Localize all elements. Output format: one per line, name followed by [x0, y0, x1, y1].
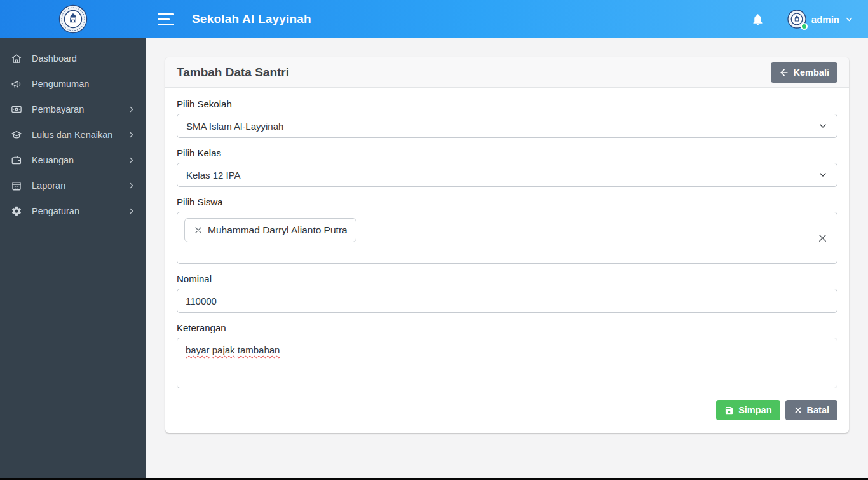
- sidebar-item-label: Dashboard: [32, 53, 136, 64]
- chevron-down-icon: [818, 121, 828, 131]
- chevron-right-icon: [127, 105, 136, 114]
- batal-label: Batal: [807, 405, 829, 415]
- selected-student-name: Muhammad Darryl Alianto Putra: [208, 224, 348, 236]
- main-content: Tambah Data Santri Kembali Pilih Sekolah…: [146, 38, 868, 480]
- chevron-down-icon: [844, 15, 854, 24]
- user-menu[interactable]: admin: [787, 10, 854, 29]
- remove-student-icon[interactable]: [193, 225, 203, 235]
- top-navbar: Sekolah Al Layyinah admin: [0, 0, 868, 38]
- kembali-label: Kembali: [794, 67, 829, 78]
- page-title: Tambah Data Santri: [177, 65, 289, 79]
- school-select-value: SMA Islam Al-Layyinah: [186, 121, 283, 132]
- simpan-label: Simpan: [738, 405, 771, 415]
- sidebar-item-label: Pengaturan: [32, 206, 127, 216]
- school-field-group: Pilih Sekolah SMA Islam Al-Layyinah: [177, 99, 837, 138]
- chevron-right-icon: [127, 156, 136, 165]
- notifications-bell-icon[interactable]: [751, 13, 764, 26]
- sidebar-item-label: Keuangan: [32, 155, 127, 165]
- sidebar-item-label: Pembayaran: [32, 104, 127, 114]
- banknote-icon: [11, 104, 22, 115]
- gear-icon: [11, 205, 22, 217]
- sidebar-item-label: Pengumuman: [32, 79, 136, 89]
- keterangan-field-group: Keterangan bayar pajak tambahan: [177, 322, 837, 388]
- card-body: Pilih Sekolah SMA Islam Al-Layyinah Pili…: [165, 88, 849, 433]
- home-icon: [11, 53, 22, 64]
- menu-toggle-icon[interactable]: [158, 13, 177, 25]
- sidebar-item-lulus-dan-kenaikan[interactable]: Lulus dan Kenaikan: [0, 122, 146, 147]
- megaphone-icon: [11, 78, 22, 90]
- student-multiselect[interactable]: Muhammad Darryl Alianto Putra: [177, 212, 837, 264]
- chevron-right-icon: [127, 181, 136, 190]
- chevron-right-icon: [127, 207, 136, 216]
- chevron-down-icon: [818, 170, 828, 180]
- sidebar-item-label: Lulus dan Kenaikan: [32, 130, 127, 140]
- class-select[interactable]: Kelas 12 IPA: [177, 163, 837, 187]
- class-field-group: Pilih Kelas Kelas 12 IPA: [177, 147, 837, 187]
- nominal-input[interactable]: [177, 289, 837, 313]
- sidebar-item-dashboard[interactable]: Dashboard: [0, 46, 146, 71]
- tambah-data-santri-card: Tambah Data Santri Kembali Pilih Sekolah…: [165, 57, 849, 433]
- keterangan-textarea[interactable]: bayar pajak tambahan: [177, 338, 837, 388]
- card-header: Tambah Data Santri Kembali: [165, 57, 849, 88]
- sidebar-item-keuangan[interactable]: Keuangan: [0, 147, 146, 173]
- kembali-button[interactable]: Kembali: [771, 62, 837, 83]
- sidebar-item-label: Laporan: [32, 181, 127, 191]
- school-select[interactable]: SMA Islam Al-Layyinah: [177, 114, 837, 138]
- class-select-value: Kelas 12 IPA: [186, 170, 241, 181]
- form-actions: Simpan Batal: [177, 400, 837, 420]
- school-logo: [58, 4, 88, 34]
- sidebar-item-pembayaran[interactable]: Pembayaran: [0, 97, 146, 122]
- app-window: Sekolah Al Layyinah admin: [0, 0, 868, 480]
- student-field-group: Pilih Siswa Muhammad Darryl Alianto Putr…: [177, 196, 837, 264]
- x-icon: [794, 406, 803, 415]
- calendar-icon: [11, 180, 22, 191]
- brand-logo-area: [0, 4, 146, 34]
- sidebar-item-pengaturan[interactable]: Pengaturan: [0, 198, 146, 224]
- app-title: Sekolah Al Layyinah: [192, 12, 311, 26]
- selected-student-chip: Muhammad Darryl Alianto Putra: [184, 218, 356, 242]
- nominal-field-group: Nominal: [177, 273, 837, 313]
- clear-selection-icon[interactable]: [817, 232, 829, 244]
- keterangan-label: Keterangan: [177, 322, 837, 333]
- chevron-right-icon: [127, 130, 136, 139]
- arrow-left-icon: [779, 67, 789, 78]
- sidebar-item-pengumuman[interactable]: Pengumuman: [0, 71, 146, 97]
- class-label: Pilih Kelas: [177, 147, 837, 158]
- sidebar: Dashboard Pengumuman Pembayaran: [0, 38, 146, 480]
- wallet-icon: [11, 154, 22, 166]
- online-status-dot: [801, 23, 808, 30]
- student-label: Pilih Siswa: [177, 196, 837, 207]
- avatar: [787, 10, 806, 29]
- nominal-label: Nominal: [177, 273, 837, 284]
- graduation-icon: [11, 129, 22, 141]
- batal-button[interactable]: Batal: [785, 400, 837, 420]
- sidebar-item-laporan[interactable]: Laporan: [0, 173, 146, 198]
- simpan-button[interactable]: Simpan: [716, 400, 780, 420]
- school-label: Pilih Sekolah: [177, 99, 837, 109]
- save-icon: [724, 406, 734, 415]
- user-name: admin: [811, 14, 839, 25]
